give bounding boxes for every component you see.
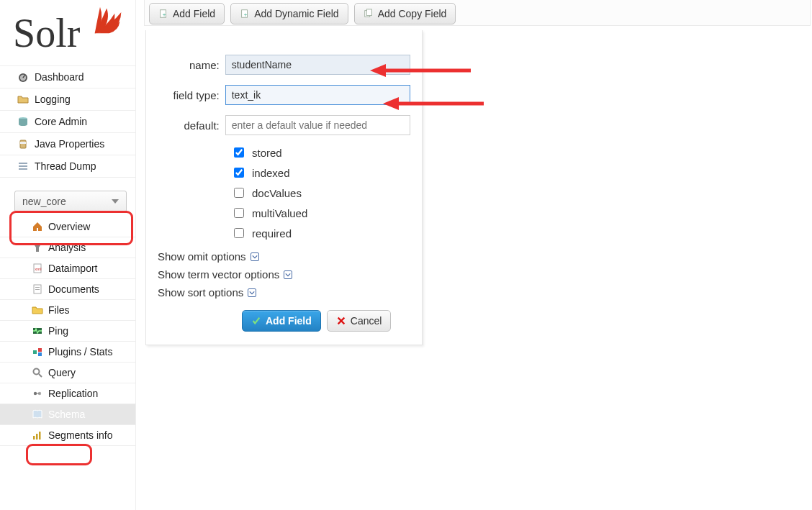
form-actions: Add Field Cancel [242, 310, 410, 332]
book-icon [32, 409, 43, 420]
check-stored[interactable]: stored [231, 145, 410, 160]
doc-plus-icon: ＋ [240, 9, 250, 19]
subnav-label: Analysis [48, 242, 86, 253]
nav-logging[interactable]: Logging [0, 88, 135, 111]
nav-thread-dump[interactable]: Thread Dump [0, 155, 135, 178]
subnav-segments-info[interactable]: Segments info [0, 425, 135, 446]
toggle-omit-options[interactable]: Show omit options [158, 250, 410, 263]
subnav-label: Replication [48, 388, 98, 399]
jar-icon [17, 138, 29, 150]
nav-core-admin[interactable]: Core Admin [0, 111, 135, 133]
field-type-label: field type: [158, 89, 225, 101]
svg-rect-4 [20, 140, 26, 148]
add-field-button[interactable]: ＋ Add Field [149, 3, 225, 24]
subnav-schema[interactable]: Schema [0, 404, 135, 425]
nav-core: Overview Analysis xml Dataimport Documen… [0, 217, 135, 446]
row-field-type: field type: [158, 85, 410, 105]
subnav-label: Overview [48, 221, 90, 232]
check-multivalued[interactable]: multiValued [231, 206, 410, 220]
button-label: Add Field [266, 315, 312, 327]
check-indexed-box[interactable] [234, 168, 244, 178]
folder-open-icon [32, 304, 43, 316]
add-dynamic-field-button[interactable]: ＋ Add Dynamic Field [230, 3, 348, 24]
subnav-documents[interactable]: Documents [0, 279, 135, 300]
core-selector-wrap: new_core [14, 191, 130, 212]
svg-rect-12 [35, 287, 40, 288]
subnav-replication[interactable]: Replication [0, 383, 135, 404]
segments-icon [32, 429, 43, 441]
field-type-input[interactable] [225, 85, 410, 105]
check-required[interactable]: required [231, 226, 410, 240]
subnav-label: Segments info [48, 429, 113, 441]
subnav-overview[interactable]: Overview [0, 217, 135, 237]
doc-copy-icon [364, 9, 374, 19]
stack-icon [17, 116, 29, 127]
nav-label: Core Admin [35, 116, 87, 127]
svg-rect-15 [33, 350, 37, 354]
svg-line-19 [39, 374, 42, 377]
svg-text:xml: xml [35, 267, 41, 271]
svg-text:＋: ＋ [161, 12, 167, 18]
add-field-panel: name: field type: default: stored indexe… [145, 30, 423, 345]
nav-label: Logging [35, 94, 71, 105]
threads-icon [17, 160, 29, 172]
gauge-icon [17, 71, 29, 83]
button-label: Add Copy Field [378, 8, 447, 19]
subnav-label: Ping [48, 325, 68, 337]
solr-logo-text: Solr [13, 10, 80, 56]
cancel-button[interactable]: Cancel [327, 310, 392, 332]
svg-rect-30 [366, 9, 371, 16]
nav-dashboard[interactable]: Dashboard [0, 66, 135, 88]
check-required-box[interactable] [234, 228, 244, 238]
subnav-query[interactable]: Query [0, 363, 135, 383]
toggle-sort-options[interactable]: Show sort options [158, 286, 410, 299]
subnav-files[interactable]: Files [0, 300, 135, 321]
svg-rect-6 [19, 163, 27, 164]
svg-rect-7 [19, 165, 27, 167]
subnav-plugins-stats[interactable]: Plugins / Stats [0, 342, 135, 363]
svg-rect-22 [33, 436, 35, 440]
x-icon [336, 316, 346, 326]
svg-rect-13 [35, 289, 40, 290]
nav-label: Thread Dump [35, 160, 96, 172]
button-label: Add Dynamic Field [254, 8, 339, 19]
subnav-ping[interactable]: Ping [0, 321, 135, 342]
core-selector[interactable]: new_core [14, 191, 127, 212]
ping-icon [32, 325, 43, 337]
button-label: Add Field [173, 8, 215, 19]
subnav-analysis[interactable]: Analysis [0, 237, 135, 258]
core-selector-value: new_core [22, 196, 66, 207]
svg-rect-5 [20, 142, 26, 144]
solr-logo: Solr [13, 9, 128, 55]
name-label: name: [158, 59, 225, 71]
default-label: default: [158, 119, 225, 132]
subnav-label: Schema [48, 409, 85, 420]
add-copy-field-button[interactable]: Add Copy Field [354, 3, 456, 24]
check-stored-box[interactable] [234, 147, 244, 158]
toggle-term-vector-options[interactable]: Show term vector options [158, 268, 410, 281]
check-multivalued-box[interactable] [234, 208, 244, 218]
check-docvalues[interactable]: docValues [231, 186, 410, 200]
default-input[interactable] [225, 115, 410, 135]
doc-icon [32, 283, 43, 295]
plugin-icon [32, 346, 43, 358]
chevron-down-icon [251, 252, 259, 261]
replication-icon [32, 388, 43, 399]
field-flags: stored indexed docValues multiValued req… [231, 145, 410, 240]
submit-add-field-button[interactable]: Add Field [242, 310, 321, 332]
svg-text:＋: ＋ [243, 12, 249, 18]
nav-java-properties[interactable]: Java Properties [0, 133, 135, 155]
subnav-dataimport[interactable]: xml Dataimport [0, 258, 135, 279]
xml-icon: xml [32, 263, 43, 274]
chevron-down-icon [248, 288, 256, 297]
check-indexed[interactable]: indexed [231, 165, 410, 180]
schema-toolbar: ＋ Add Field ＋ Add Dynamic Field Add Copy… [144, 0, 811, 26]
svg-rect-17 [38, 352, 42, 356]
name-input[interactable] [225, 55, 410, 75]
sidebar: Solr Dashboard Logging [0, 0, 136, 510]
svg-point-18 [34, 369, 40, 375]
folder-icon [17, 94, 29, 105]
svg-rect-8 [19, 168, 27, 170]
subnav-label: Query [48, 367, 76, 378]
check-docvalues-box[interactable] [234, 188, 244, 198]
